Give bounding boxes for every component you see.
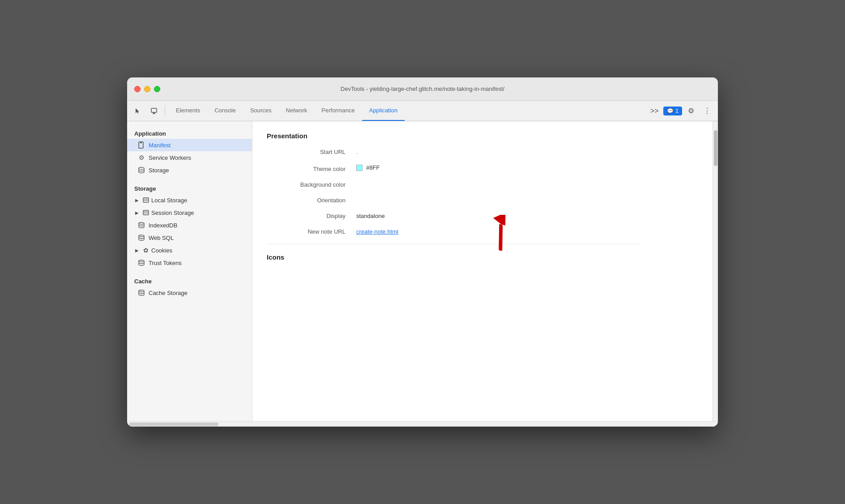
indexed-db-icon (138, 222, 145, 229)
tab-console[interactable]: Console (207, 101, 243, 121)
session-storage-label: Session Storage (151, 209, 194, 216)
tab-performance[interactable]: Performance (314, 101, 362, 121)
background-color-label: Background color (267, 181, 356, 188)
more-tabs-button[interactable]: >> (647, 104, 661, 118)
settings-icon[interactable]: ⚙ (684, 104, 698, 118)
tab-application[interactable]: Application (362, 101, 405, 121)
manifest-icon (138, 141, 145, 149)
svg-marker-17 (483, 215, 521, 251)
storage-icon (138, 167, 145, 174)
fullscreen-button[interactable] (154, 86, 160, 92)
svg-rect-10 (143, 210, 149, 215)
cache-storage-label: Cache Storage (149, 290, 188, 296)
svg-rect-4 (140, 142, 142, 143)
web-sql-label: Web SQL (149, 235, 174, 241)
field-row-display: Display standalone (267, 213, 641, 219)
chat-icon: 💬 (667, 108, 674, 114)
chat-badge[interactable]: 💬 1 (663, 107, 682, 115)
cursor-icon[interactable] (131, 104, 145, 118)
application-section-label: Application (127, 127, 252, 139)
new-note-url-link[interactable]: create-note.html (356, 228, 398, 235)
indexed-db-label: IndexedDB (149, 222, 177, 229)
field-row-start-url: Start URL . (267, 149, 641, 155)
start-url-link[interactable]: . (356, 149, 358, 155)
window-title: DevTools - yielding-large-chef.glitch.me… (341, 85, 504, 92)
service-workers-icon: ⚙ (138, 154, 145, 161)
titlebar: DevTools - yielding-large-chef.glitch.me… (127, 77, 718, 101)
arrow-annotation (482, 215, 522, 252)
svg-rect-1 (153, 113, 155, 114)
display-label: Display (267, 213, 356, 219)
bottom-scrollbar-track[interactable] (129, 423, 716, 426)
display-value: standalone (356, 213, 385, 219)
session-storage-arrow-icon: ▶ (134, 210, 140, 215)
content-inner: Presentation Start URL . Theme color #8F… (252, 121, 655, 281)
cookies-label: Cookies (151, 247, 172, 254)
cache-section-label: Cache (127, 274, 252, 286)
tab-network[interactable]: Network (279, 101, 315, 121)
tab-sources[interactable]: Sources (243, 101, 279, 121)
sidebar-item-indexed-db[interactable]: IndexedDB (127, 219, 252, 231)
service-workers-label: Service Workers (149, 154, 191, 161)
red-arrow-icon (482, 215, 522, 251)
trust-tokens-label: Trust Tokens (149, 260, 182, 266)
start-url-value: . (356, 149, 358, 155)
svg-rect-2 (154, 112, 155, 113)
section-divider (267, 244, 641, 244)
storage-section-label: Storage (127, 182, 252, 194)
sidebar-item-storage[interactable]: Storage (127, 164, 252, 176)
svg-rect-6 (143, 198, 149, 202)
storage-app-label: Storage (149, 167, 169, 174)
theme-color-text: #8FF (366, 164, 380, 171)
orientation-label: Orientation (267, 197, 356, 204)
theme-color-value: #8FF (356, 164, 380, 171)
right-scrollbar-thumb[interactable] (714, 130, 717, 166)
sidebar: Application Manifest ⚙ Service Workers (127, 121, 252, 421)
cache-storage-icon (138, 289, 145, 296)
main-area: Application Manifest ⚙ Service Workers (127, 121, 718, 421)
cookies-arrow-icon: ▶ (134, 248, 140, 253)
toolbar-right: >> 💬 1 ⚙ ⋮ (647, 104, 714, 118)
svg-rect-0 (151, 108, 157, 112)
sidebar-item-cache-storage[interactable]: Cache Storage (127, 286, 252, 299)
svg-point-13 (139, 222, 144, 224)
local-storage-arrow-icon: ▶ (134, 197, 140, 203)
sidebar-item-session-storage[interactable]: ▶ Session Storage (127, 206, 252, 219)
minimize-button[interactable] (144, 86, 150, 92)
bottom-scrollbar-bar (127, 421, 718, 427)
sidebar-item-service-workers[interactable]: ⚙ Service Workers (127, 151, 252, 164)
right-scrollbar[interactable] (713, 121, 718, 421)
tab-toolbar: Elements Console Sources Network Perform… (127, 101, 718, 121)
svg-point-14 (139, 235, 144, 237)
close-button[interactable] (134, 86, 141, 92)
manifest-label: Manifest (149, 142, 171, 149)
tab-bar: Elements Console Sources Network Perform… (169, 101, 405, 121)
field-row-background-color: Background color (267, 181, 641, 188)
sidebar-item-manifest[interactable]: Manifest (127, 139, 252, 151)
svg-point-16 (139, 290, 144, 292)
start-url-label: Start URL (267, 149, 356, 155)
devtools-window: DevTools - yielding-large-chef.glitch.me… (127, 77, 718, 427)
tab-elements[interactable]: Elements (169, 101, 207, 121)
local-storage-label: Local Storage (151, 197, 187, 204)
sidebar-item-local-storage[interactable]: ▶ Local Storage (127, 194, 252, 206)
sidebar-item-trust-tokens[interactable]: Trust Tokens (127, 256, 252, 269)
sidebar-item-cookies[interactable]: ▶ ✿ Cookies (127, 244, 252, 256)
inspect-icon[interactable] (147, 104, 161, 118)
theme-color-label: Theme color (267, 166, 356, 172)
bottom-scrollbar-thumb[interactable] (129, 423, 218, 426)
session-storage-icon (142, 209, 149, 216)
field-row-theme-color: Theme color #8FF (267, 164, 641, 172)
sidebar-item-web-sql[interactable]: Web SQL (127, 231, 252, 244)
toolbar-separator (165, 106, 165, 116)
cookies-icon: ✿ (142, 247, 149, 254)
new-note-url-value[interactable]: create-note.html (356, 228, 398, 235)
field-row-new-note-url: New note URL create-note.html (267, 228, 641, 235)
chat-count: 1 (675, 108, 679, 114)
theme-color-swatch[interactable] (356, 165, 363, 171)
content-area: Presentation Start URL . Theme color #8F… (252, 121, 713, 421)
web-sql-icon (138, 234, 145, 241)
new-note-url-label: New note URL (267, 228, 356, 235)
more-options-icon[interactable]: ⋮ (700, 104, 714, 118)
svg-point-5 (139, 167, 144, 170)
